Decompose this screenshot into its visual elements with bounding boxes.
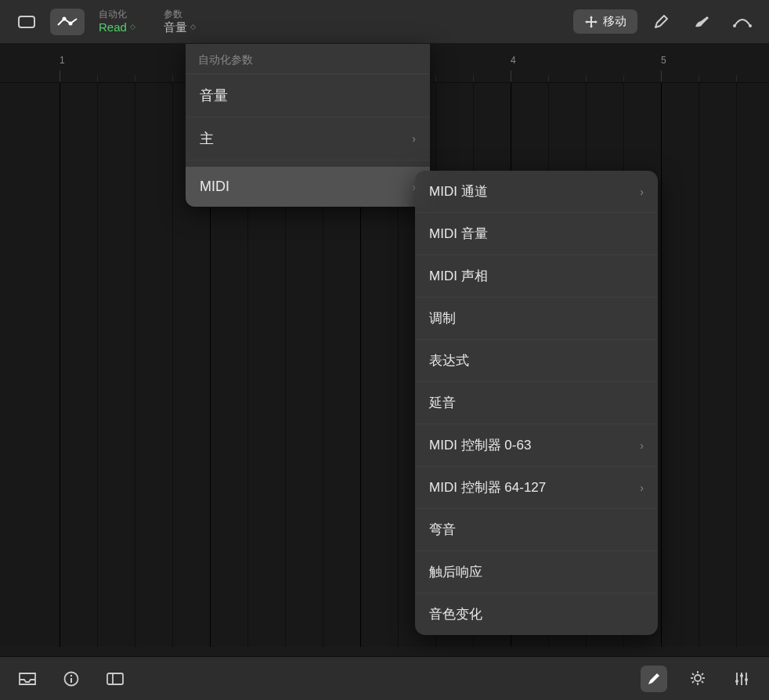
svg-line-15 [692,673,694,675]
chevron-right-icon: › [640,186,644,198]
submenu-item[interactable]: 调制 [415,298,658,340]
svg-point-2 [69,21,73,25]
submenu-item-label: 延音 [429,394,456,412]
svg-point-24 [745,678,748,681]
menu-item-label: 主 [200,129,214,148]
chevron-right-icon: › [412,132,416,145]
submenu-item[interactable]: MIDI 控制器 64-127› [415,467,658,509]
curve-tool-button[interactable] [725,9,760,35]
svg-rect-0 [19,16,34,27]
menu-item-label: 音量 [200,86,228,105]
caret-icon: ◇ [130,23,135,31]
ruler-mark: 4 [511,55,516,66]
edit-mode-button[interactable] [641,666,667,692]
svg-point-22 [735,680,738,683]
svg-line-18 [702,673,703,675]
submenu-item[interactable]: 音色变化 [415,594,658,635]
move-label: 移动 [603,14,626,29]
submenu-item[interactable]: 弯音 [415,509,658,551]
submenu-item[interactable]: MIDI 声相 [415,255,658,298]
param-selector[interactable]: 参数 音量◇ [164,9,196,34]
svg-rect-7 [70,678,72,683]
svg-rect-8 [107,673,123,684]
submenu-item-label: MIDI 声相 [429,267,488,285]
chevron-right-icon: › [640,439,644,452]
svg-point-1 [63,16,67,20]
submenu-item[interactable]: MIDI 音量 [415,213,658,255]
submenu-item-label: MIDI 音量 [429,225,488,243]
chevron-right-icon: › [640,482,644,494]
caret-icon: ◇ [190,23,196,31]
submenu-item-label: MIDI 通道 [429,182,488,200]
submenu-item-label: 弯音 [429,521,456,539]
automation-value: Read◇ [99,20,135,34]
menu-item[interactable]: 主› [186,117,430,161]
menu-item[interactable]: 音量 [186,74,430,117]
svg-point-23 [740,674,743,677]
submenu-item-label: MIDI 控制器 0-63 [429,436,531,454]
midi-submenu: MIDI 通道›MIDI 音量MIDI 声相调制表达式延音MIDI 控制器 0-… [415,171,658,635]
info-button[interactable] [58,666,85,692]
submenu-item-label: 表达式 [429,352,469,370]
submenu-item-label: 触后响应 [429,563,482,581]
svg-point-6 [70,674,72,676]
automation-param-menu: 自动化参数 音量主›MIDI› [186,44,430,207]
move-icon [584,15,598,29]
submenu-item[interactable]: MIDI 控制器 0-63› [415,424,658,467]
menu-item[interactable]: MIDI› [186,167,430,207]
submenu-item-label: 调制 [429,309,456,327]
menu-header: 自动化参数 [186,44,430,74]
submenu-item[interactable]: 延音 [415,382,658,424]
submenu-item[interactable]: MIDI 通道› [415,171,658,213]
panel-button[interactable] [102,666,128,692]
svg-point-4 [749,24,752,27]
svg-line-17 [692,681,694,683]
param-value: 音量◇ [164,20,196,34]
brush-tool-button[interactable] [684,9,719,35]
svg-point-3 [733,24,736,27]
pencil-tool-button[interactable] [644,9,678,35]
automation-mode-selector[interactable]: 自动化 Read◇ [99,9,135,34]
top-toolbar: 自动化 Read◇ 参数 音量◇ 移动 [0,0,769,44]
param-label: 参数 [164,9,196,20]
ruler-mark: 1 [60,55,65,66]
submenu-item-label: MIDI 控制器 64-127 [429,478,546,496]
bottom-toolbar [0,656,769,700]
svg-point-10 [695,675,701,681]
selection-tool-button[interactable] [9,9,44,35]
svg-line-16 [702,681,703,683]
menu-item-label: MIDI [200,179,229,195]
inbox-button[interactable] [14,666,41,692]
submenu-item-label: 音色变化 [429,605,482,623]
mixer-button[interactable] [728,666,755,692]
submenu-item[interactable]: 触后响应 [415,551,658,594]
move-mode-button[interactable]: 移动 [573,9,637,34]
settings-button[interactable] [684,666,711,692]
automation-label: 自动化 [99,9,135,20]
ruler-mark: 5 [661,55,666,66]
submenu-item[interactable]: 表达式 [415,340,658,382]
automation-tool-button[interactable] [50,9,85,35]
